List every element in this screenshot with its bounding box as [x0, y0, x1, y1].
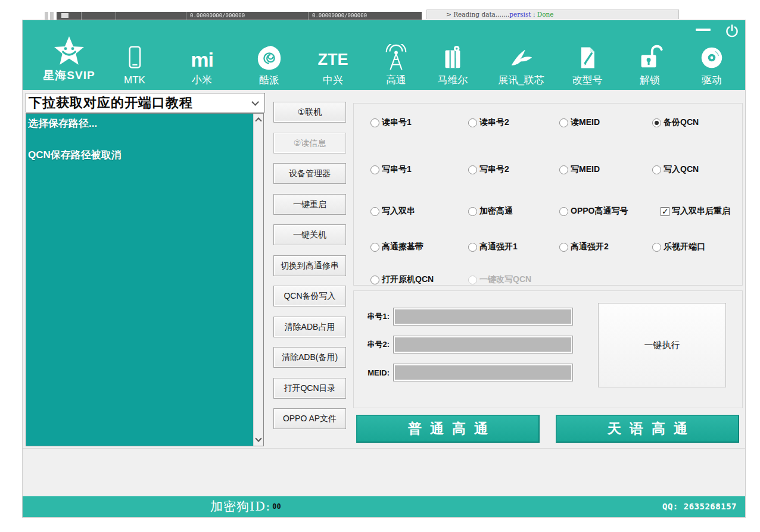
app-window: 星海SVIP MTK mi 小米 — [22, 20, 746, 518]
radio-icon[interactable] — [652, 243, 661, 252]
toolbar-label: 改型号 — [552, 74, 623, 86]
toolbar-item-unlock[interactable]: 解锁 — [614, 43, 686, 86]
radio-write-serial2[interactable]: 写串号2 — [468, 164, 509, 175]
log-listbox[interactable]: 选择保存路径... QCN保存路径被取消 — [26, 113, 264, 446]
radio-icon[interactable] — [652, 165, 661, 174]
radio-icon[interactable] — [468, 207, 477, 216]
radio-open-original-qcn[interactable]: 打开原机QCN — [370, 274, 434, 285]
document-edit-icon — [552, 43, 623, 71]
radio-read-meid[interactable]: 读MEID — [559, 117, 600, 128]
radio-icon[interactable] — [559, 165, 568, 174]
radio-icon[interactable] — [370, 118, 379, 127]
qcn-backup-write-button[interactable]: QCN备份写入 — [273, 286, 346, 306]
dongle-id-value: 00 — [272, 502, 281, 511]
read-info-button[interactable]: ②读信息 — [273, 133, 346, 154]
serial2-input[interactable] — [393, 336, 573, 353]
serial1-input[interactable] — [393, 308, 573, 326]
serial1-row: 串号1: — [357, 308, 573, 326]
one-key-shutdown-button[interactable]: 一键关机 — [273, 224, 346, 245]
radio-icon[interactable] — [370, 207, 379, 216]
meid-row: MEID: — [357, 364, 573, 381]
background-window-fragment — [50, 12, 54, 20]
toolbar-item-zte[interactable]: ZTE 中兴 — [297, 43, 369, 86]
oppo-ap-file-button[interactable]: OPPO AP文件 — [273, 408, 346, 429]
radio-read-serial2[interactable]: 读串号2 — [468, 117, 509, 128]
normal-qualcomm-button[interactable]: 普通高通 — [356, 415, 540, 443]
toolbar-item-change-model[interactable]: 改型号 — [552, 43, 623, 86]
log-line: 选择保存路径... — [26, 114, 263, 130]
serial-input-panel: 串号1: 串号2: MEID: 一键执行 — [353, 290, 743, 408]
star-smiley-logo-icon — [33, 38, 105, 67]
mi-logo-icon: mi — [166, 43, 238, 71]
one-key-execute-button[interactable]: 一键执行 — [598, 303, 726, 387]
disc-icon — [676, 43, 747, 71]
toolbar-item-xiaomi[interactable]: mi 小米 — [166, 43, 238, 86]
clear-adb-button[interactable]: 清除ADB占用 — [273, 317, 346, 337]
toolbar-item-spreadtrum[interactable]: 展讯_联芯 — [485, 43, 557, 86]
checkbox-icon[interactable] — [661, 207, 669, 216]
radio-icon[interactable] — [468, 243, 477, 252]
radio-icon[interactable] — [468, 276, 477, 284]
radio-icon[interactable] — [652, 118, 661, 127]
dongle-id-label: 加密狗ID: — [210, 497, 270, 515]
scroll-down-icon[interactable] — [255, 435, 261, 442]
power-icon — [725, 24, 739, 38]
tutorial-dropdown[interactable]: 下拉获取对应的开端口教程 — [26, 93, 265, 112]
radio-icon[interactable] — [370, 165, 379, 174]
radio-qualcomm-force-open1[interactable]: 高通强开1 — [468, 242, 518, 252]
toolbar-item-marvell[interactable]: 马维尔 — [417, 43, 488, 86]
zte-logo-icon: ZTE — [297, 43, 369, 71]
minimize-button[interactable] — [696, 29, 711, 31]
device-manager-button[interactable]: 设备管理器 — [273, 163, 346, 184]
radio-icon[interactable] — [559, 243, 568, 252]
toolbar-item-mtk[interactable]: MTK — [99, 43, 170, 86]
power-close-button[interactable] — [725, 24, 739, 38]
radio-encrypted-qualcomm[interactable]: 加密高通 — [468, 206, 513, 217]
toolbar-label: 解锁 — [614, 74, 686, 86]
radio-write-qcn[interactable]: 写入QCN — [652, 164, 699, 175]
toolbar-item-driver[interactable]: 驱动 — [676, 43, 747, 86]
connect-button[interactable]: ①联机 — [273, 102, 346, 123]
desktop: 0.00000000/000000 0.00000000/000000 > Re… — [0, 0, 760, 532]
map-pin-icon — [417, 43, 488, 71]
radio-icon[interactable] — [468, 118, 477, 127]
radio-icon[interactable] — [370, 276, 379, 284]
toolbar-label: 中兴 — [297, 74, 369, 86]
log-keyword: persist — [509, 11, 531, 18]
checkbox-reboot-after-dual-write[interactable]: 写入双串后重启 — [661, 206, 730, 217]
tianyu-qualcomm-button[interactable]: 天语高通 — [556, 415, 739, 443]
listbox-scrollbar[interactable] — [253, 114, 263, 446]
log-line: QCN保存路径被取消 — [26, 149, 263, 162]
radio-read-serial1[interactable]: 读串号1 — [370, 117, 412, 128]
radio-write-dual-serial[interactable]: 写入双串 — [370, 206, 415, 217]
radio-write-serial1[interactable]: 写串号1 — [370, 164, 412, 175]
toolbar-item-coolpad[interactable]: 酷派 — [233, 43, 305, 86]
background-window-fragment — [45, 12, 48, 20]
radio-icon[interactable] — [370, 243, 379, 252]
toolbar-label: 展讯_联芯 — [485, 74, 557, 86]
radio-icon[interactable] — [559, 118, 568, 127]
radio-icon[interactable] — [468, 165, 477, 174]
radio-letv-open-port[interactable]: 乐视开端口 — [652, 242, 705, 252]
meid-input[interactable] — [393, 364, 573, 381]
switch-qualcomm-repair-button[interactable]: 切换到高通修串 — [273, 255, 346, 276]
toolbar-label: 马维尔 — [417, 74, 488, 86]
qq-contact: QQ: 2635268157 — [662, 502, 737, 511]
radio-write-meid[interactable]: 写MEID — [559, 164, 600, 175]
clear-adb-backup-button[interactable]: 清除ADB(备用) — [273, 347, 346, 368]
radio-backup-qcn[interactable]: 备份QCN — [652, 117, 699, 128]
dropdown-value: 下拉获取对应的开端口教程 — [26, 94, 193, 112]
one-key-reboot-button[interactable]: 一键重启 — [273, 194, 346, 215]
radio-oppo-qualcomm-write[interactable]: OPPO高通写号 — [559, 206, 628, 217]
background-cell-text: 0.00000000/000000 — [312, 12, 367, 19]
radio-qualcomm-force-open2[interactable]: 高通强开2 — [559, 242, 609, 252]
radio-qualcomm-erase-baseband[interactable]: 高通擦基带 — [370, 242, 423, 252]
scroll-up-icon[interactable] — [255, 117, 261, 124]
chevron-down-icon[interactable] — [251, 98, 259, 106]
action-button-column: ①联机 ②读信息 设备管理器 一键重启 一键关机 切换到高通修串 QCN备份写入… — [273, 102, 346, 439]
radio-icon[interactable] — [559, 207, 568, 216]
radio-one-key-rewrite-qcn[interactable]: 一键改写QCN — [468, 274, 531, 285]
open-qcn-folder-button[interactable]: 打开QCN目录 — [273, 378, 346, 399]
toolbar-item-xinghai-svip[interactable]: 星海SVIP — [33, 38, 105, 82]
background-window-table-header: 0.00000000/000000 0.00000000/000000 — [57, 12, 422, 20]
